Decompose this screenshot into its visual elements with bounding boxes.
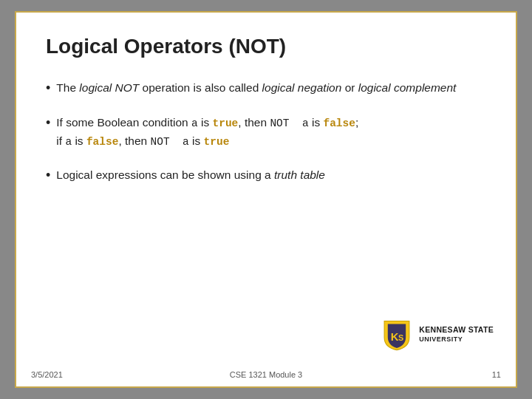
slide-content: • The logical NOT operation is also call…	[46, 79, 486, 349]
bullet-2: • If some Boolean condition a is true, t…	[46, 114, 486, 150]
bullet-1: • The logical NOT operation is also call…	[46, 79, 486, 98]
bullet-dot-1: •	[46, 79, 50, 98]
svg-text:S: S	[398, 333, 403, 342]
bullet-dot-2: •	[46, 114, 50, 132]
ksu-text: KENNESAW STATE UNIVERSITY	[419, 325, 494, 344]
ksu-logo: K S KENNESAW STATE UNIVERSITY	[381, 318, 494, 351]
slide-footer: 3/5/2021 CSE 1321 Module 3 11	[16, 370, 516, 379]
footer-date: 3/5/2021	[31, 370, 63, 379]
ksu-sub: UNIVERSITY	[419, 335, 494, 344]
bullet-dot-3: •	[46, 166, 50, 185]
slide: Logical Operators (NOT) • The logical NO…	[15, 11, 517, 388]
footer-page: 11	[492, 370, 501, 379]
bullet-2-text: If some Boolean condition a is true, the…	[56, 114, 486, 150]
ksu-shield-icon: K S	[381, 318, 413, 351]
bullet-3: • Logical expressions can be shown using…	[46, 166, 486, 185]
ksu-name: KENNESAW STATE	[419, 325, 494, 335]
bullet-3-text: Logical expressions can be shown using a…	[56, 166, 486, 184]
slide-title: Logical Operators (NOT)	[46, 35, 486, 58]
footer-center: CSE 1321 Module 3	[230, 370, 302, 379]
svg-text:K: K	[391, 331, 399, 343]
bullet-1-text: The logical NOT operation is also called…	[56, 79, 486, 97]
